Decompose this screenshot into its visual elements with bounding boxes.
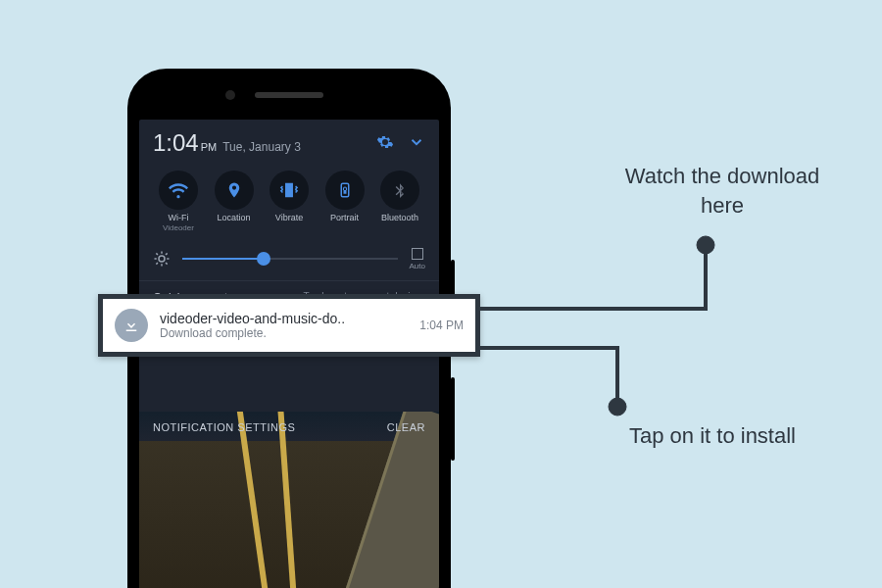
toggle-bluetooth[interactable]: Bluetooth [374, 171, 425, 232]
connector-1 [480, 235, 725, 323]
svg-line-9 [156, 263, 158, 265]
svg-line-8 [166, 263, 168, 265]
toggle-sublabel: Videoder [163, 223, 194, 232]
bluetooth-icon [392, 182, 408, 198]
toggle-label: Wi-Fi [169, 214, 189, 223]
volume-rocker [451, 377, 455, 461]
clock-time: 1:04 [153, 129, 199, 157]
auto-brightness-checkbox[interactable]: Auto [410, 248, 425, 270]
download-notification[interactable]: videoder-video-and-music-do.. Download c… [98, 294, 480, 357]
wifi-icon [169, 180, 188, 200]
notification-title: videoder-video-and-music-do.. [160, 311, 408, 326]
toggle-wifi[interactable]: Wi-Fi Videoder [153, 171, 204, 232]
connector-2 [480, 338, 647, 426]
toggle-location[interactable]: Location [209, 171, 260, 232]
notification-footer: NOTIFICATION SETTINGS CLEAR [139, 416, 439, 439]
brightness-row: Auto [139, 234, 439, 280]
clear-button[interactable]: CLEAR [387, 421, 425, 433]
svg-point-11 [697, 236, 714, 254]
clock-date: Tue, January 3 [222, 140, 301, 154]
front-camera [225, 90, 235, 100]
brightness-slider[interactable] [182, 258, 398, 260]
toggle-portrait[interactable]: Portrait [319, 171, 370, 232]
toggle-vibrate[interactable]: Vibrate [264, 171, 315, 232]
download-icon [115, 309, 148, 342]
svg-line-10 [166, 254, 168, 256]
toggle-label: Location [217, 214, 250, 223]
status-bar: 1:04 PM Tue, January 3 [139, 120, 439, 163]
toggle-label: Portrait [330, 214, 359, 223]
portrait-lock-icon [336, 181, 354, 199]
brightness-icon [153, 250, 171, 268]
svg-point-12 [609, 398, 626, 416]
quick-toggles: Wi-Fi Videoder Location Vibrate Portrait… [139, 163, 439, 234]
notification-subtitle: Download complete. [160, 326, 408, 340]
auto-label: Auto [410, 262, 425, 270]
vibrate-icon [279, 180, 299, 200]
notification-settings-button[interactable]: NOTIFICATION SETTINGS [153, 421, 295, 433]
toggle-label: Vibrate [275, 214, 303, 223]
chevron-down-icon[interactable] [408, 133, 425, 151]
toggle-label: Bluetooth [381, 214, 418, 223]
notification-time: 1:04 PM [419, 318, 464, 332]
svg-point-2 [159, 256, 165, 262]
svg-rect-1 [343, 190, 346, 194]
clock-ampm: PM [201, 141, 218, 153]
gear-icon[interactable] [376, 133, 394, 151]
svg-line-7 [156, 254, 158, 256]
callout-watch-download: Watch the download here [610, 162, 835, 220]
location-icon [225, 181, 243, 199]
